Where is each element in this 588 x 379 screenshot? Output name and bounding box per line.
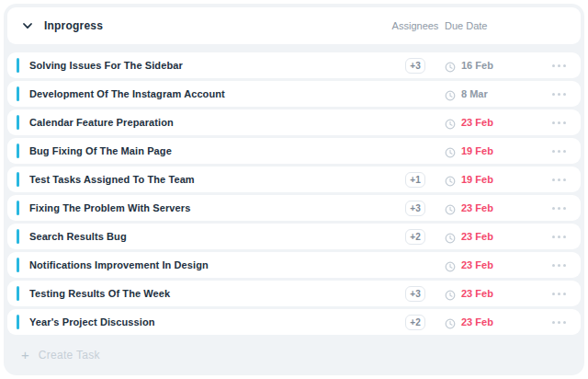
due-date-text: 23 Feb — [461, 316, 493, 327]
ellipsis-dot — [563, 207, 566, 210]
ellipsis-dot — [563, 93, 566, 96]
plus-icon: + — [21, 348, 29, 362]
task-title: Solving Issues For The Sidebar — [29, 60, 386, 71]
assignee-count-badge[interactable]: +3 — [405, 58, 424, 74]
create-task-button[interactable]: + Create Task — [7, 338, 581, 362]
due-date-text: 23 Feb — [461, 117, 493, 128]
row-menu-button[interactable] — [524, 264, 566, 267]
task-title: Year's Project Discussion — [29, 316, 386, 327]
due-date-text: 23 Feb — [461, 288, 493, 299]
task-row[interactable]: Search Results Bug +2 23 Feb — [7, 224, 581, 249]
ellipsis-dot — [558, 93, 560, 96]
task-row[interactable]: Notifications Improvement In Design 23 F… — [7, 252, 581, 278]
task-accent-bar — [17, 172, 19, 187]
clock-icon — [445, 202, 456, 213]
row-menu-button[interactable] — [524, 235, 566, 238]
task-accent-bar — [17, 258, 19, 272]
row-menu-button[interactable] — [524, 64, 566, 67]
ellipsis-dot — [552, 207, 555, 210]
create-task-label: Create Task — [39, 349, 100, 362]
ellipsis-dot — [552, 235, 555, 238]
task-title: Fixing The Problem With Servers — [29, 202, 386, 213]
assignee-count-badge[interactable]: +1 — [405, 172, 424, 188]
ellipsis-dot — [552, 64, 555, 67]
due-date-cell: 8 Mar — [445, 88, 524, 99]
row-menu-button[interactable] — [524, 93, 566, 96]
clock-icon — [445, 231, 456, 242]
due-date-text: 16 Feb — [461, 60, 493, 71]
task-title: Search Results Bug — [29, 231, 386, 242]
ellipsis-dot — [563, 178, 566, 181]
ellipsis-dot — [563, 264, 566, 267]
task-title: Notifications Improvement In Design — [29, 259, 386, 270]
ellipsis-dot — [552, 264, 555, 267]
ellipsis-dot — [563, 121, 566, 124]
task-title: Calendar Feature Preparation — [29, 117, 386, 128]
ellipsis-dot — [552, 93, 555, 96]
ellipsis-dot — [563, 321, 566, 324]
row-menu-button[interactable] — [524, 121, 566, 124]
task-title: Testing Results Of The Week — [29, 288, 386, 299]
chevron-down-icon[interactable] — [22, 20, 33, 31]
task-title: Bug Fixing Of The Main Page — [29, 145, 386, 156]
task-row[interactable]: Testing Results Of The Week +3 23 Feb — [7, 281, 581, 306]
task-row[interactable]: Year's Project Discussion +2 23 Feb — [7, 309, 581, 335]
task-board-panel: Inprogress Assignees Due Date Solving Is… — [4, 4, 584, 375]
due-date-cell: 23 Feb — [445, 202, 524, 213]
row-menu-button[interactable] — [524, 150, 566, 153]
task-accent-bar — [17, 144, 19, 158]
due-date-column-header: Due Date — [445, 20, 487, 31]
clock-icon — [445, 259, 456, 270]
task-accent-bar — [17, 229, 19, 244]
ellipsis-dot — [558, 150, 560, 153]
ellipsis-dot — [563, 235, 566, 238]
ellipsis-dot — [558, 178, 560, 181]
clock-icon — [445, 88, 456, 99]
row-menu-button[interactable] — [524, 207, 566, 210]
task-row[interactable]: Development Of The Instagram Account 8 M… — [7, 81, 581, 107]
due-date-cell: 19 Feb — [445, 174, 524, 185]
ellipsis-dot — [558, 321, 560, 324]
task-accent-bar — [17, 315, 19, 329]
ellipsis-dot — [558, 121, 560, 124]
assignee-count-badge[interactable]: +2 — [405, 315, 424, 330]
task-accent-bar — [17, 286, 19, 301]
ellipsis-dot — [558, 293, 560, 295]
row-menu-button[interactable] — [524, 321, 566, 324]
due-date-cell: 23 Feb — [445, 316, 524, 327]
due-date-text: 23 Feb — [461, 259, 493, 270]
ellipsis-dot — [552, 321, 555, 324]
clock-icon — [445, 117, 456, 128]
due-date-cell: 23 Feb — [445, 231, 524, 242]
due-date-text: 23 Feb — [461, 231, 493, 242]
ellipsis-dot — [563, 150, 566, 153]
ellipsis-dot — [552, 293, 555, 295]
due-date-cell: 23 Feb — [445, 259, 524, 270]
task-accent-bar — [17, 58, 19, 73]
task-accent-bar — [17, 201, 19, 215]
task-accent-bar — [17, 86, 19, 101]
ellipsis-dot — [558, 207, 560, 210]
task-row[interactable]: Fixing The Problem With Servers +3 23 Fe… — [7, 195, 581, 221]
task-title: Development Of The Instagram Account — [29, 88, 386, 99]
row-menu-button[interactable] — [524, 178, 566, 181]
task-list: Solving Issues For The Sidebar +3 16 Feb — [7, 52, 581, 335]
ellipsis-dot — [558, 264, 560, 267]
task-row[interactable]: Calendar Feature Preparation 23 Feb — [7, 109, 581, 135]
group-title[interactable]: Inprogress — [44, 19, 103, 32]
task-row[interactable]: Bug Fixing Of The Main Page 19 Feb — [7, 138, 581, 164]
due-date-text: 19 Feb — [461, 174, 493, 185]
task-row[interactable]: Solving Issues For The Sidebar +3 16 Feb — [7, 52, 581, 78]
due-date-cell: 23 Feb — [445, 117, 524, 128]
assignee-count-badge[interactable]: +2 — [405, 229, 424, 245]
task-row[interactable]: Test Tasks Assigned To The Team +1 19 Fe… — [7, 167, 581, 192]
due-date-cell: 23 Feb — [445, 288, 524, 299]
ellipsis-dot — [558, 64, 560, 67]
assignee-count-badge[interactable]: +3 — [405, 286, 424, 302]
due-date-cell: 16 Feb — [445, 60, 524, 71]
assignee-count-badge[interactable]: +3 — [405, 201, 424, 216]
assignees-column-header: Assignees — [392, 20, 439, 31]
clock-icon — [445, 60, 456, 71]
row-menu-button[interactable] — [524, 293, 566, 295]
due-date-text: 19 Feb — [461, 145, 493, 156]
